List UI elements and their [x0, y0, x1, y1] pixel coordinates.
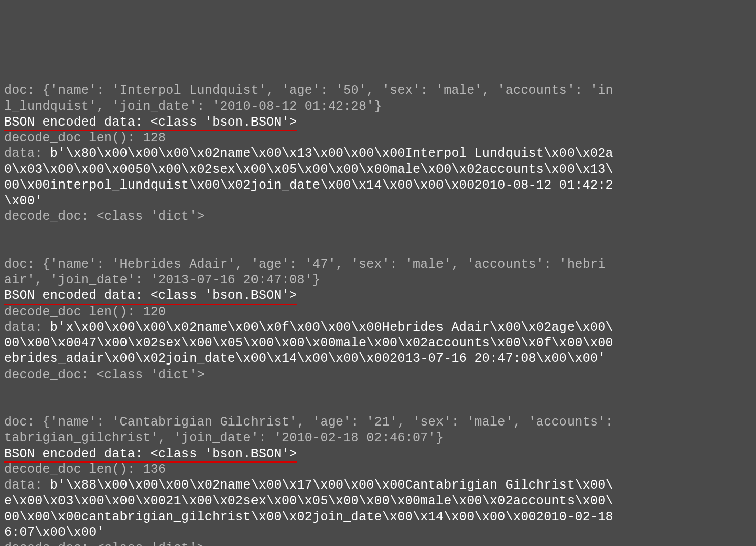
- terminal-output-entry: doc: {'name': 'Hebrides Adair', 'age': '…: [4, 241, 752, 383]
- decode-doc-len: decode_doc len(): 120: [4, 305, 166, 319]
- data-prefix: data:: [4, 146, 50, 161]
- doc-dict-line1: doc: {'name': 'Hebrides Adair', 'age': '…: [4, 257, 606, 272]
- bson-encoded-label: BSON encoded data: <class 'bson.BSON'>: [4, 288, 297, 304]
- data-bytes-line2: 0\x03\x00\x00\x0050\x00\x02sex\x00\x05\x…: [4, 162, 613, 177]
- terminal-output-entry: doc: {'name': 'Cantabrigian Gilchrist', …: [4, 399, 752, 546]
- data-bytes-line3: ebrides_adair\x00\x02join_date\x00\x14\x…: [4, 351, 606, 366]
- data-bytes-line3: 00\x00interpol_lundquist\x00\x02join_dat…: [4, 178, 613, 193]
- data-bytes-line2: e\x00\x03\x00\x00\x0021\x00\x02sex\x00\x…: [4, 494, 613, 508]
- decode-doc-len: decode_doc len(): 128: [4, 131, 166, 145]
- doc-dict-line2: l_lundquist', 'join_date': '2010-08-12 0…: [4, 99, 382, 114]
- bson-encoded-label: BSON encoded data: <class 'bson.BSON'>: [4, 114, 297, 130]
- doc-dict-line1: doc: {'name': 'Cantabrigian Gilchrist', …: [4, 415, 613, 430]
- data-bytes-line2: 00\x00\x0047\x00\x02sex\x00\x05\x00\x00\…: [4, 336, 613, 350]
- data-bytes-line1: b'\x88\x00\x00\x00\x02name\x00\x17\x00\x…: [50, 478, 613, 493]
- data-bytes-line4: \x00': [4, 194, 43, 208]
- doc-dict-line2: tabrigian_gilchrist', 'join_date': '2010…: [4, 431, 444, 445]
- decode-doc-class: decode_doc: <class 'dict'>: [4, 541, 205, 546]
- data-bytes-line3: 00\x00\x00cantabrigian_gilchrist\x00\x02…: [4, 510, 613, 524]
- decode-doc-len: decode_doc len(): 136: [4, 462, 166, 477]
- doc-dict-line2: air', 'join_date': '2013-07-16 20:47:08'…: [4, 273, 320, 287]
- bson-encoded-label: BSON encoded data: <class 'bson.BSON'>: [4, 446, 297, 462]
- terminal-output-entry: doc: {'name': 'Interpol Lundquist', 'age…: [4, 67, 752, 225]
- data-bytes-line1: b'\x80\x00\x00\x00\x02name\x00\x13\x00\x…: [50, 146, 613, 161]
- data-bytes-line4: 6:07\x00\x00': [4, 525, 104, 540]
- data-prefix: data:: [4, 478, 50, 493]
- doc-dict-line1: doc: {'name': 'Interpol Lundquist', 'age…: [4, 83, 613, 98]
- decode-doc-class: decode_doc: <class 'dict'>: [4, 368, 205, 382]
- data-bytes-line1: b'x\x00\x00\x00\x02name\x00\x0f\x00\x00\…: [50, 320, 613, 335]
- data-prefix: data:: [4, 320, 50, 335]
- decode-doc-class: decode_doc: <class 'dict'>: [4, 209, 205, 224]
